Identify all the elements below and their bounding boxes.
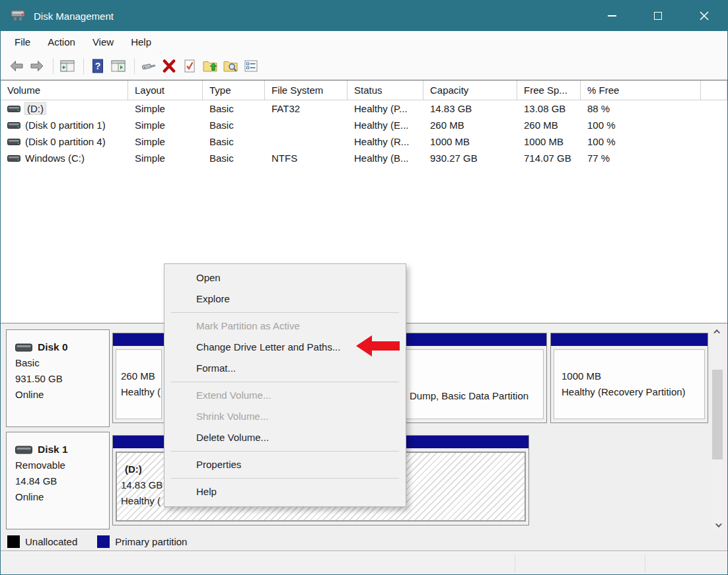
disk0-status: Online bbox=[15, 387, 109, 403]
minimize-button[interactable] bbox=[589, 1, 635, 31]
col-header-empty bbox=[701, 81, 727, 100]
cell-type: Basic bbox=[203, 103, 265, 114]
back-button[interactable] bbox=[7, 57, 26, 75]
scroll-down-button[interactable] bbox=[711, 520, 723, 531]
primary-partition-swatch bbox=[97, 535, 110, 548]
disk-management-window: Disk Management File Action View Help bbox=[0, 0, 728, 575]
menu-separator bbox=[171, 312, 399, 313]
menu-item-shrink-volume: Shrink Volume... bbox=[164, 406, 406, 427]
scrollbar-thumb[interactable] bbox=[712, 370, 723, 459]
disk0-info-panel[interactable]: Disk 0 Basic 931.50 GB Online bbox=[6, 329, 110, 427]
scroll-up-button[interactable] bbox=[711, 326, 723, 337]
table-row-disk0-partition1[interactable]: (Disk 0 partition 1) Simple Basic Health… bbox=[1, 117, 727, 133]
cell-status: Healthy (E... bbox=[347, 119, 423, 131]
cell-percent-free: 77 % bbox=[581, 152, 701, 164]
menu-separator bbox=[171, 382, 399, 382]
menu-item-properties[interactable]: Properties bbox=[164, 454, 406, 475]
disk0-partition1-block[interactable]: 260 MB Healthy ( bbox=[112, 333, 165, 423]
properties-list-icon bbox=[243, 58, 259, 74]
cell-free-space: 1000 MB bbox=[517, 136, 581, 147]
disk-pane-scrollbar[interactable] bbox=[711, 326, 723, 531]
properties-list-button[interactable] bbox=[242, 57, 260, 75]
svg-text:?: ? bbox=[95, 61, 101, 71]
col-header-layout[interactable]: Layout bbox=[128, 81, 203, 100]
col-header-volume[interactable]: Volume bbox=[1, 81, 128, 100]
table-row-windows-c[interactable]: Windows (C:) Simple Basic NTFS Healthy (… bbox=[1, 150, 727, 166]
delete-button[interactable] bbox=[160, 57, 178, 75]
partition-status: Healthy (Recovery Partition) bbox=[562, 384, 704, 400]
partition-status: Dump, Basic Data Partition bbox=[410, 388, 528, 404]
forward-button[interactable] bbox=[28, 57, 46, 75]
cell-capacity: 1000 MB bbox=[423, 136, 517, 147]
open-folder-button[interactable] bbox=[201, 57, 219, 75]
close-button[interactable] bbox=[681, 1, 727, 31]
close-icon bbox=[700, 11, 709, 20]
col-header-status[interactable]: Status bbox=[347, 81, 423, 100]
annotation-arrow-icon bbox=[355, 334, 401, 358]
menu-item-open[interactable]: Open bbox=[164, 267, 406, 288]
volume-context-menu: Open Explore Mark Partition as Active Ch… bbox=[164, 263, 406, 507]
primary-partition-bar bbox=[551, 333, 708, 346]
col-header-percent-free[interactable]: % Free bbox=[581, 81, 701, 100]
cell-layout: Simple bbox=[128, 152, 203, 164]
tools-button[interactable] bbox=[139, 57, 158, 75]
cell-percent-free: 88 % bbox=[581, 103, 701, 114]
mini-disk-icon bbox=[7, 106, 20, 112]
action-pane-icon bbox=[110, 58, 126, 74]
cell-status: Healthy (B... bbox=[347, 152, 423, 164]
help-button[interactable]: ? bbox=[89, 57, 107, 75]
cell-file-system: FAT32 bbox=[265, 103, 347, 114]
folder-search-icon bbox=[223, 58, 238, 74]
cell-status: Healthy (P... bbox=[347, 103, 423, 114]
col-header-type[interactable]: Type bbox=[203, 81, 265, 100]
verify-button[interactable] bbox=[180, 57, 199, 75]
minimize-icon bbox=[608, 15, 616, 17]
disk0-recovery-partition-block[interactable]: 1000 MB Healthy (Recovery Partition) bbox=[550, 333, 708, 423]
forward-arrow-icon bbox=[29, 58, 45, 74]
menu-item-explore[interactable]: Explore bbox=[164, 288, 406, 310]
back-arrow-icon bbox=[9, 58, 24, 74]
menu-bar: File Action View Help bbox=[1, 31, 727, 52]
title-bar: Disk Management bbox=[1, 1, 727, 31]
disk1-size: 14.84 GB bbox=[15, 473, 109, 489]
status-bar bbox=[1, 551, 727, 575]
menu-help[interactable]: Help bbox=[122, 34, 160, 50]
disk-icon bbox=[15, 343, 32, 352]
show-action-pane-button[interactable] bbox=[109, 57, 127, 75]
maximize-button[interactable] bbox=[635, 1, 681, 31]
chevron-down-icon bbox=[715, 521, 721, 527]
console-tree-icon bbox=[59, 58, 75, 74]
primary-partition-label: Primary partition bbox=[115, 536, 187, 547]
menu-file[interactable]: File bbox=[6, 34, 39, 50]
menu-item-delete-volume[interactable]: Delete Volume... bbox=[164, 427, 406, 448]
help-icon: ? bbox=[90, 58, 106, 74]
show-console-tree-button[interactable] bbox=[58, 57, 77, 75]
toolbar-separator bbox=[53, 58, 54, 74]
toolbar: ? bbox=[1, 52, 727, 80]
col-header-capacity[interactable]: Capacity bbox=[423, 81, 517, 100]
cell-type: Basic bbox=[203, 119, 265, 131]
col-header-free-space[interactable]: Free Sp... bbox=[517, 81, 581, 100]
window-title: Disk Management bbox=[34, 11, 114, 22]
table-row-volume-d[interactable]: (D:) Simple Basic FAT32 Healthy (P... 14… bbox=[1, 100, 727, 117]
cell-free-space: 714.07 GB bbox=[517, 152, 581, 164]
menu-view[interactable]: View bbox=[84, 34, 122, 50]
disk-icon bbox=[15, 446, 32, 454]
partition-size: 260 MB bbox=[121, 368, 161, 384]
disk1-status: Online bbox=[15, 489, 109, 505]
volume-name: (Disk 0 partition 1) bbox=[25, 119, 106, 131]
mini-disk-icon bbox=[7, 139, 20, 145]
maximize-icon bbox=[654, 12, 662, 20]
menu-action[interactable]: Action bbox=[39, 34, 84, 50]
volume-name: (D:) bbox=[25, 103, 46, 114]
explore-folder-button[interactable] bbox=[221, 57, 240, 75]
menu-item-extend-volume: Extend Volume... bbox=[164, 385, 406, 406]
disk0-size: 931.50 GB bbox=[15, 371, 109, 387]
menu-item-format[interactable]: Format... bbox=[164, 358, 406, 379]
menu-item-help[interactable]: Help bbox=[164, 481, 406, 502]
disk1-info-panel[interactable]: Disk 1 Removable 14.84 GB Online bbox=[6, 432, 110, 529]
unallocated-swatch bbox=[7, 535, 20, 548]
cell-free-space: 13.08 GB bbox=[517, 103, 581, 114]
table-row-disk0-partition4[interactable]: (Disk 0 partition 4) Simple Basic Health… bbox=[1, 133, 727, 150]
col-header-file-system[interactable]: File System bbox=[265, 81, 347, 100]
